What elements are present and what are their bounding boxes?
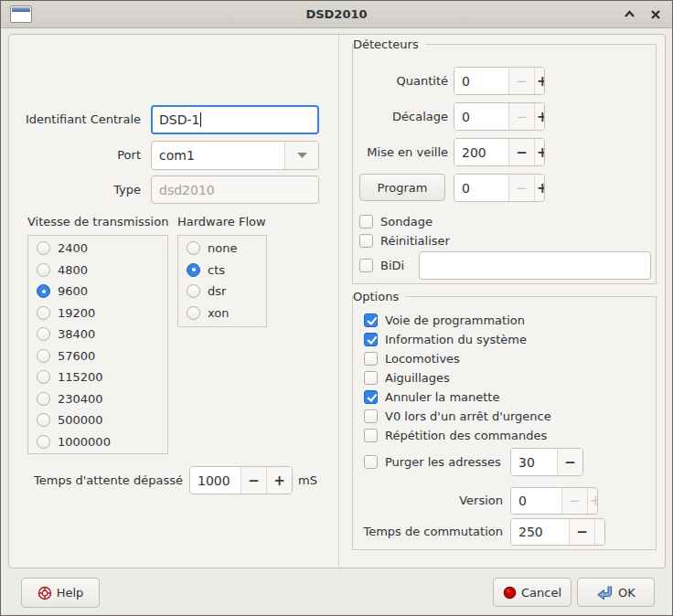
programming-track-checkbox[interactable]: Voie de programmation [364,312,525,328]
checkbox-icon [359,215,373,228]
increment-button[interactable]: + [534,139,544,165]
ok-icon [596,585,614,600]
radio-option-dsr[interactable]: dsr [178,281,266,303]
quantity-value[interactable]: 0 [454,68,508,94]
turnouts-checkbox[interactable]: Aiguillages [364,369,450,386]
system-info-checkbox[interactable]: Information du système [364,331,527,347]
radio-option-2400[interactable]: 2400 [28,238,167,260]
cancel-button[interactable]: Cancel [493,578,572,607]
standby-value[interactable]: 200 [454,139,508,165]
bidi-checkbox[interactable]: BiDi [359,251,404,280]
radio-icon [37,370,50,384]
polling-checkbox[interactable]: Sondage [359,213,433,229]
cancel-button-label: Cancel [521,586,561,600]
decrement-button[interactable]: − [508,175,534,201]
radio-option-1000000[interactable]: 1000000 [28,431,167,453]
version-spinner: 0 − + [510,487,598,515]
radio-option-9600[interactable]: 9600 [28,281,167,303]
purge-addresses-checkbox[interactable]: Purger les adresses [364,448,501,476]
checkbox-icon [359,234,373,248]
checkbox-icon [359,259,373,272]
version-value[interactable]: 0 [511,488,561,514]
decrement-button[interactable]: − [569,519,594,545]
radio-option-none[interactable]: none [178,238,266,260]
offset-spinner: 0 − + [454,102,545,131]
radio-icon [187,263,200,277]
radio-option-cts[interactable]: cts [178,260,266,281]
dialog-window: DSD2010 Identifiant Centrale DSD-1 Port … [0,0,673,616]
offset-value[interactable]: 0 [454,103,508,130]
radio-label: 500000 [58,413,103,427]
checkbox-icon [364,390,378,404]
dropdown-arrow-icon[interactable] [284,142,318,169]
radio-label: 4800 [58,263,88,277]
checkbox-label: Purger les adresses [385,455,501,469]
program-button[interactable]: Program [359,174,445,201]
central-id-label: Identifiant Centrale [16,105,141,134]
increment-button[interactable]: + [534,175,544,201]
radio-option-57600[interactable]: 57600 [28,345,167,367]
radio-icon [37,284,50,298]
timeout-spinner: 1000 − + [189,466,293,494]
switching-time-value[interactable]: 250 [511,519,569,545]
help-icon [37,586,52,600]
locomotives-checkbox[interactable]: Locomotives [364,350,460,366]
close-icon[interactable] [648,7,663,22]
main-panel: Identifiant Centrale DSD-1 Port com1 Typ… [8,34,666,568]
radio-icon [37,435,50,449]
shade-icon[interactable] [622,7,636,22]
radio-label: 1000000 [58,435,111,449]
type-label: Type [16,175,141,204]
checkbox-label: BiDi [380,259,404,272]
checkbox-label: Sondage [380,215,433,228]
central-id-input[interactable]: DSD-1 [151,105,319,134]
program-value[interactable]: 0 [454,175,508,201]
radio-option-19200[interactable]: 19200 [28,303,167,324]
quantity-label: Quantité [353,67,448,95]
radio-option-115200[interactable]: 115200 [28,366,167,388]
increment-button[interactable]: + [266,467,292,494]
radio-icon [37,327,50,341]
increment-button[interactable]: + [587,488,597,514]
checkbox-icon [364,429,378,442]
increment-button[interactable]: + [534,103,544,130]
purge-value[interactable]: 30 [511,449,557,475]
radio-option-38400[interactable]: 38400 [28,324,167,345]
increment-button[interactable] [594,519,604,545]
radio-option-4800[interactable]: 4800 [28,260,167,281]
decrement-button[interactable]: − [561,488,587,514]
decrement-button[interactable]: − [508,68,534,94]
reset-checkbox[interactable]: Réinitialiser [359,232,450,249]
type-input: dsd2010 [151,175,319,204]
ok-button[interactable]: OK [577,578,655,607]
increment-button[interactable]: + [534,68,544,94]
radio-label: none [208,241,237,255]
column-divider [338,35,339,568]
decrement-button[interactable]: − [508,139,534,165]
detectors-group: Détecteurs Quantité 0 − + Décalage 0 − +… [352,44,657,284]
timeout-value[interactable]: 1000 [190,467,240,494]
checkbox-icon [364,352,378,366]
repeat-commands-checkbox[interactable]: Répétition des commandes [364,427,547,443]
options-group-title: Options [353,289,405,304]
offset-label: Décalage [353,102,448,131]
decrement-button[interactable]: − [240,467,266,494]
cancel-throttle-checkbox[interactable]: Annuler la manette [364,388,499,405]
radio-option-230400[interactable]: 230400 [28,388,167,410]
radio-label: 19200 [58,306,95,320]
checkbox-icon [364,371,378,385]
decrement-button[interactable]: − [557,449,582,475]
options-group: Options Voie de programmation Informatio… [352,296,657,550]
radio-option-xon[interactable]: xon [178,303,266,324]
port-combobox[interactable]: com1 [151,141,319,170]
bidi-input[interactable] [419,251,651,280]
detectors-group-title: Détecteurs [353,37,425,52]
decrement-button[interactable]: − [508,103,534,130]
radio-icon [187,284,200,298]
purge-spinner: 30 − [510,448,583,476]
switching-time-label: Temps de commutation [353,518,503,546]
text-caret [200,112,201,127]
help-button[interactable]: Help [21,578,100,608]
radio-option-500000[interactable]: 500000 [28,409,167,431]
v0-emergency-checkbox[interactable]: V0 lors d'un arrêt d'urgence [364,408,551,424]
